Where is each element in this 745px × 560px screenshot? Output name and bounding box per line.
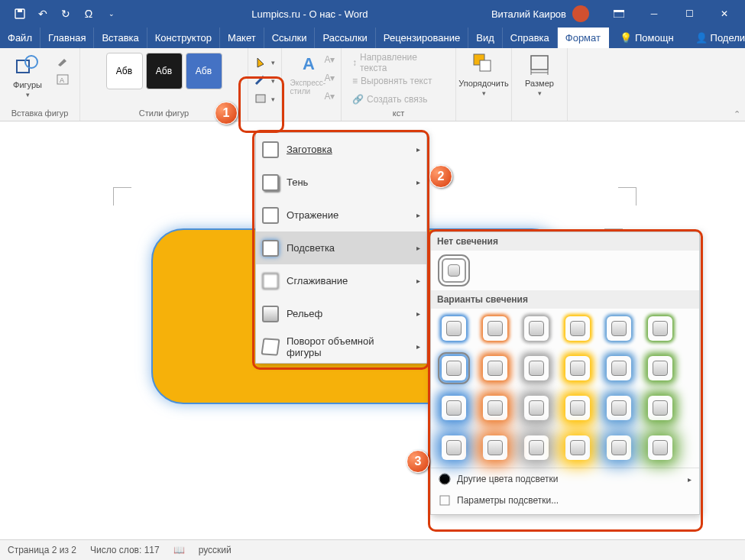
tab-format[interactable]: Формат — [558, 28, 609, 48]
callout-1: 1 — [215, 102, 238, 125]
tab-design[interactable]: Конструктор — [147, 28, 220, 48]
glow-variant[interactable] — [483, 396, 507, 420]
glow-options[interactable]: Параметры подсветки... — [431, 490, 699, 511]
page-corner-icon — [618, 187, 636, 206]
redo-icon[interactable]: ↻ — [55, 3, 76, 24]
glow-variant[interactable] — [648, 356, 672, 380]
glow-variant[interactable] — [607, 356, 631, 380]
titlebar: ↶ ↻ Ω ⌄ Lumpics.ru - О нас - Word Витали… — [0, 0, 745, 28]
glow-variant[interactable] — [607, 396, 631, 420]
glow-variant[interactable] — [565, 435, 590, 460]
glow-variant[interactable] — [442, 356, 466, 380]
glow-grid — [431, 309, 699, 468]
glow-variant[interactable] — [442, 396, 466, 420]
more-glow-colors[interactable]: Другие цвета подсветки ▸ — [431, 468, 699, 490]
close-icon[interactable]: ✕ — [707, 0, 742, 28]
undo-icon[interactable]: ↶ — [32, 3, 53, 24]
glow-variant[interactable] — [483, 356, 507, 380]
glow-variant[interactable] — [648, 316, 672, 341]
callout-2: 2 — [429, 165, 452, 188]
glow-variant[interactable] — [483, 435, 507, 460]
status-language[interactable]: русский — [199, 545, 232, 555]
ribbon-tabs: Файл Главная Вставка Конструктор Макет С… — [0, 28, 745, 48]
style-preset-3[interactable]: Абв — [186, 53, 222, 89]
menu-preset[interactable]: Заготовка▸ — [256, 133, 426, 166]
statusbar: Страница 2 из 2 Число слов: 117 📖 русски… — [0, 539, 745, 560]
svg-text:A: A — [60, 76, 64, 84]
glow-variant[interactable] — [524, 435, 549, 460]
tab-view[interactable]: Вид — [468, 28, 503, 48]
minimize-icon[interactable]: ─ — [636, 0, 672, 28]
glow-variant[interactable] — [442, 435, 466, 460]
collapse-ribbon-icon[interactable]: ⌃ — [734, 109, 740, 119]
glow-variant[interactable] — [524, 316, 549, 341]
shape-effects-button[interactable]: ▾ — [250, 91, 280, 108]
style-preset-2[interactable]: Абв — [146, 53, 183, 89]
menu-glow[interactable]: Подсветка▸ — [256, 231, 426, 264]
menu-shadow[interactable]: Тень▸ — [256, 166, 426, 199]
group-size: Размер ▾ — [512, 48, 568, 121]
glow-variant[interactable] — [565, 316, 590, 341]
callout-3: 3 — [407, 450, 429, 473]
text-fill-button: A▾ — [319, 51, 339, 68]
glow-none[interactable] — [442, 258, 466, 283]
user-area[interactable]: Виталий Каиров — [491, 5, 592, 22]
user-avatar-icon[interactable] — [572, 5, 589, 22]
proofing-icon[interactable]: 📖 — [173, 545, 185, 555]
tab-layout[interactable]: Макет — [220, 28, 264, 48]
group-shape-fill-outline: ▾ ▾ ▾ — [248, 48, 282, 121]
align-text-button: ≡Выровнять текст — [348, 73, 437, 89]
tab-mailings[interactable]: Рассылки — [315, 28, 375, 48]
glow-variant[interactable] — [483, 316, 507, 341]
menu-reflection[interactable]: Отражение▸ — [256, 199, 426, 231]
glow-variant[interactable] — [565, 396, 590, 420]
menu-bevel[interactable]: Рельеф▸ — [256, 297, 426, 330]
qat-dropdown-icon[interactable]: ⌄ — [101, 3, 122, 24]
tab-insert[interactable]: Вставка — [94, 28, 147, 48]
glow-variant[interactable] — [648, 396, 672, 420]
shape-effects-menu: Заготовка▸ Тень▸ Отражение▸ Подсветка▸ С… — [255, 132, 427, 364]
glow-variant[interactable] — [607, 435, 631, 460]
omega-icon[interactable]: Ω — [78, 3, 99, 24]
glow-variant[interactable] — [565, 356, 590, 380]
text-direction-button: ↕Направление текста — [348, 54, 449, 71]
shapes-button[interactable]: Фигуры ▾ — [6, 53, 49, 99]
svg-rect-13 — [531, 56, 548, 70]
menu-3d-rotation[interactable]: Поворот объемной фигуры▸ — [256, 330, 426, 363]
status-words[interactable]: Число слов: 117 — [90, 545, 160, 555]
svg-point-5 — [25, 56, 37, 68]
size-button[interactable]: Размер ▾ — [518, 51, 561, 97]
shape-outline-button[interactable]: ▾ — [250, 73, 280, 89]
tell-me-button[interactable]: 💡 Помощн — [609, 28, 685, 48]
arrange-button[interactable]: Упорядочить ▾ — [462, 51, 505, 97]
tab-review[interactable]: Рецензирование — [376, 28, 468, 48]
glow-variant[interactable] — [524, 396, 549, 420]
maximize-icon[interactable]: ☐ — [672, 0, 707, 28]
share-icon: 👤 — [695, 32, 708, 44]
tab-file[interactable]: Файл — [0, 28, 40, 48]
window-title: Lumpics.ru - О нас - Word — [128, 8, 491, 20]
tab-help[interactable]: Справка — [503, 28, 558, 48]
text-box-button[interactable]: A — [52, 71, 73, 88]
tab-home[interactable]: Главная — [40, 28, 94, 48]
style-preset-1[interactable]: Абв — [106, 53, 143, 89]
svg-rect-12 — [480, 60, 491, 71]
share-button[interactable]: 👤 Поделиться — [685, 28, 745, 48]
lightbulb-icon: 💡 — [620, 32, 632, 44]
glow-variant[interactable] — [442, 316, 466, 341]
glow-variant[interactable] — [607, 316, 631, 341]
menu-soft-edges[interactable]: Сглаживание▸ — [256, 264, 426, 297]
svg-rect-9 — [256, 95, 265, 102]
group-insert-shapes: Фигуры ▾ A Вставка фигур — [0, 48, 80, 121]
glow-variant[interactable] — [524, 356, 549, 380]
ribbon-display-icon[interactable] — [601, 0, 636, 28]
tab-references[interactable]: Ссылки — [264, 28, 316, 48]
svg-marker-6 — [58, 59, 66, 66]
user-name: Виталий Каиров — [491, 8, 566, 20]
shape-fill-button[interactable]: ▾ — [250, 54, 280, 71]
group-text: ↕Направление текста ≡Выровнять текст 🔗Со… — [342, 48, 456, 121]
edit-shape-button[interactable] — [52, 53, 73, 70]
save-icon[interactable] — [9, 3, 31, 24]
status-page[interactable]: Страница 2 из 2 — [8, 545, 76, 555]
glow-variant[interactable] — [648, 435, 672, 460]
